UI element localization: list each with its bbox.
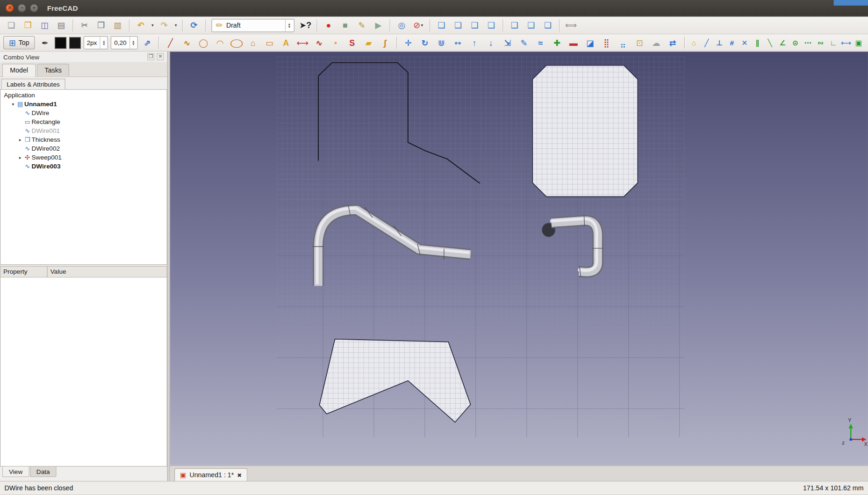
draft-shapestring[interactable]: S xyxy=(344,36,360,50)
draft-wire[interactable]: ∿ xyxy=(179,36,195,50)
draft-ellipse[interactable]: ◯ xyxy=(229,36,244,50)
macro-edit[interactable]: ✎ xyxy=(354,18,370,32)
draft-text[interactable]: A xyxy=(278,36,294,50)
draft-arc[interactable]: ◠ xyxy=(212,36,228,50)
tree-item-sweep001[interactable]: ▸✣Sweep001 xyxy=(0,153,166,162)
expand-arrow-icon[interactable]: ▸ xyxy=(17,155,23,160)
rectangle-face[interactable] xyxy=(532,66,638,197)
draft-bspline[interactable]: ∿ xyxy=(311,36,327,50)
document-tab[interactable]: ▣ Unnamed1 : 1* ✖ xyxy=(174,468,247,481)
tab-model[interactable]: Model xyxy=(2,64,36,77)
redo[interactable]: ↷ xyxy=(156,18,172,32)
value-column-header[interactable]: Value xyxy=(47,266,167,277)
view-rear[interactable]: ❑ xyxy=(507,18,523,32)
tree-item-application[interactable]: Application xyxy=(0,91,166,100)
tree-item-dwire[interactable]: ∿DWire xyxy=(0,109,166,117)
snap-dimensions[interactable]: ⟷ xyxy=(840,36,852,50)
draft-array[interactable]: ⣿ xyxy=(599,36,615,50)
draft-dimension[interactable]: ⟷ xyxy=(294,36,310,50)
window-close-button[interactable]: ✕ xyxy=(6,4,14,12)
draft-shape2dview[interactable]: ◪ xyxy=(582,36,598,50)
measure-distance[interactable]: ⟺ xyxy=(563,18,579,32)
labels-attributes-tab[interactable]: Labels & Attributes xyxy=(1,79,65,89)
panel-float-button[interactable]: ❐ xyxy=(147,53,154,60)
expand-arrow-icon[interactable]: ▾ xyxy=(10,102,16,107)
macro-execute[interactable]: ▶ xyxy=(370,18,386,32)
copy[interactable]: ❐ xyxy=(93,18,109,32)
draft-line[interactable]: ╱ xyxy=(162,36,178,50)
view-right[interactable]: ❑ xyxy=(483,18,499,32)
open-file[interactable]: ❒ xyxy=(20,18,36,32)
dropdown-arrows-icon[interactable]: ▴▾ xyxy=(285,19,293,31)
tab-close-icon[interactable]: ✖ xyxy=(237,472,242,478)
3d-viewport[interactable]: Y Z X xyxy=(170,51,868,466)
apply-style-button[interactable]: ⇗ xyxy=(139,36,155,50)
view-bottom[interactable]: ❑ xyxy=(523,18,539,32)
working-plane-button[interactable]: ⊞Top xyxy=(3,36,35,49)
draft-trimex[interactable]: ⇿ xyxy=(450,36,466,50)
line-width-spinner[interactable]: 2px▴▾ xyxy=(83,36,108,49)
line-color-swatch[interactable] xyxy=(55,37,66,49)
expand-arrow-icon[interactable]: ▸ xyxy=(17,137,23,142)
draft-circle[interactable]: ◯ xyxy=(195,36,211,50)
draft-add-point[interactable]: ✚ xyxy=(549,36,565,50)
draft-downgrade[interactable]: ↓ xyxy=(483,36,499,50)
view-top[interactable]: ❑ xyxy=(466,18,482,32)
save-file[interactable]: ◫ xyxy=(36,18,52,32)
window-maximize-button[interactable]: + xyxy=(30,4,38,12)
tab-data[interactable]: Data xyxy=(30,466,57,477)
draft-upgrade[interactable]: ↑ xyxy=(466,36,482,50)
snap-center[interactable]: ⊙ xyxy=(789,36,801,50)
draft-wire-to-bspline[interactable]: ≈ xyxy=(532,36,548,50)
text-scale-spinner-arrows[interactable]: ▴▾ xyxy=(129,36,137,49)
draft-edit[interactable]: ✎ xyxy=(516,36,532,50)
snap-perpendicular[interactable]: ⊥ xyxy=(713,36,725,50)
draft-clone[interactable]: ☁ xyxy=(648,36,664,50)
snap-angle[interactable]: ∠ xyxy=(776,36,789,50)
draft-rectangle[interactable]: ▭ xyxy=(262,36,278,50)
macro-stop[interactable]: ■ xyxy=(337,18,353,32)
draft-drawing[interactable]: ⊡ xyxy=(631,36,647,50)
tree-item-dwire002[interactable]: ∿DWire002 xyxy=(0,144,166,153)
redo-history-dropdown[interactable]: ▾ xyxy=(173,18,179,32)
line-width-spinner-arrows[interactable]: ▴▾ xyxy=(100,36,108,49)
tab-tasks[interactable]: Tasks xyxy=(37,64,70,76)
snap-intersection[interactable]: ✕ xyxy=(739,36,751,50)
draft-bezcurve[interactable]: ∫ xyxy=(377,36,393,50)
draw-style-dropdown[interactable]: ▾ xyxy=(421,23,423,28)
view-front[interactable]: ❑ xyxy=(450,18,466,32)
snap-extension[interactable]: ⋯ xyxy=(802,36,814,50)
fit-all[interactable]: ◎ xyxy=(394,18,409,32)
draft-scale[interactable]: ⇲ xyxy=(500,36,516,50)
cut[interactable]: ✂ xyxy=(76,18,92,32)
snap-lock[interactable]: ⌂ xyxy=(688,36,700,50)
whats-this[interactable]: ➤? xyxy=(297,18,313,32)
text-scale-spinner[interactable]: 0,20▴▾ xyxy=(111,36,137,49)
snap-grid[interactable]: # xyxy=(726,36,738,50)
snap-endpoint[interactable]: ╲ xyxy=(764,36,776,50)
snap-midpoint[interactable]: ╱ xyxy=(701,36,713,50)
draft-rotate[interactable]: ↻ xyxy=(417,36,433,50)
tree-item-dwire001[interactable]: ∿DWire001 xyxy=(0,126,166,135)
undo-history-dropdown[interactable]: ▾ xyxy=(150,18,156,32)
macro-record[interactable]: ● xyxy=(321,18,337,32)
draft-offset[interactable]: ⋓ xyxy=(433,36,449,50)
undo[interactable]: ↶ xyxy=(133,18,149,32)
tree-item-rectangle[interactable]: ▭Rectangle xyxy=(0,117,166,126)
new-file[interactable]: ❏ xyxy=(3,18,19,32)
construction-mode-toggle[interactable]: ✒ xyxy=(37,36,53,50)
tree-item-dwire003[interactable]: ∿DWire003 xyxy=(0,162,166,171)
print[interactable]: ▤ xyxy=(53,18,69,32)
tree-item-unnamed1[interactable]: ▾▤Unnamed1 xyxy=(0,100,166,109)
draft-facebinder[interactable]: ▰ xyxy=(361,36,377,50)
draft-polygon[interactable]: ⌂ xyxy=(245,36,261,50)
workbench-selector[interactable]: ✏Draft▴▾ xyxy=(211,19,294,32)
snap-working-plane[interactable]: ▣ xyxy=(853,36,865,50)
draft-move[interactable]: ✛ xyxy=(400,36,416,50)
window-minimize-button[interactable]: − xyxy=(18,4,26,12)
snap-ortho[interactable]: ∟ xyxy=(827,36,839,50)
view-left[interactable]: ❑ xyxy=(540,18,556,32)
draft-heal[interactable]: ⇄ xyxy=(665,36,681,50)
draft-delete-point[interactable]: ▬ xyxy=(566,36,581,50)
panel-close-button[interactable]: ✕ xyxy=(157,53,164,60)
